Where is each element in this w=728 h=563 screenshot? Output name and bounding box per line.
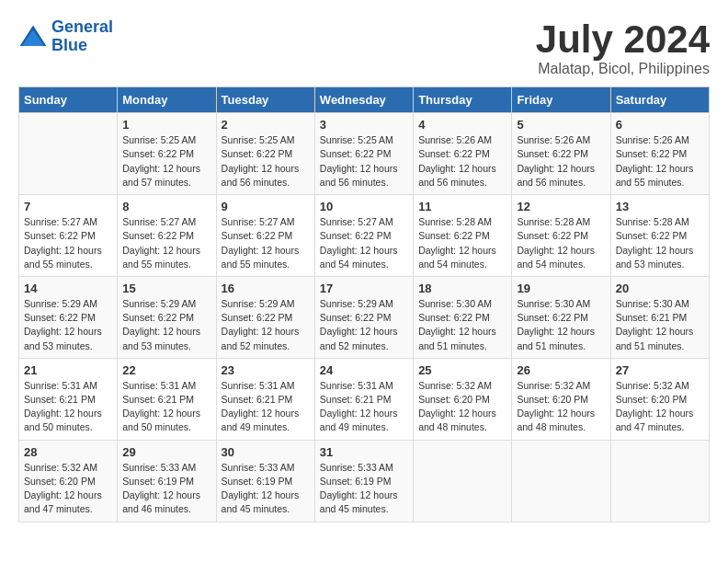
day-number: 22 xyxy=(122,363,210,377)
day-info: Sunrise: 5:32 AM Sunset: 6:20 PM Dayligh… xyxy=(616,379,704,435)
col-header-wednesday: Wednesday xyxy=(314,87,413,113)
day-info: Sunrise: 5:25 AM Sunset: 6:22 PM Dayligh… xyxy=(122,133,210,190)
logo-blue: Blue xyxy=(51,36,87,54)
day-number: 10 xyxy=(320,200,408,213)
calendar-cell: 9Sunrise: 5:27 AM Sunset: 6:22 PM Daylig… xyxy=(216,195,314,277)
day-number: 9 xyxy=(222,200,310,213)
calendar-cell: 18Sunrise: 5:30 AM Sunset: 6:22 PM Dayli… xyxy=(414,276,512,358)
calendar-cell: 6Sunrise: 5:26 AM Sunset: 6:22 PM Daylig… xyxy=(610,113,709,195)
day-info: Sunrise: 5:26 AM Sunset: 6:22 PM Dayligh… xyxy=(517,133,605,190)
logo: General Blue xyxy=(18,18,113,55)
calendar-cell: 29Sunrise: 5:33 AM Sunset: 6:19 PM Dayli… xyxy=(118,440,216,522)
day-info: Sunrise: 5:33 AM Sunset: 6:19 PM Dayligh… xyxy=(122,461,210,517)
page-header: General Blue July 2024 Malatap, Bicol, P… xyxy=(18,18,710,77)
calendar-cell: 17Sunrise: 5:29 AM Sunset: 6:22 PM Dayli… xyxy=(314,276,413,358)
day-number: 19 xyxy=(517,282,605,295)
day-number: 21 xyxy=(24,363,112,377)
calendar-cell: 14Sunrise: 5:29 AM Sunset: 6:22 PM Dayli… xyxy=(19,276,118,358)
day-number: 31 xyxy=(320,445,408,459)
calendar-cell: 10Sunrise: 5:27 AM Sunset: 6:22 PM Dayli… xyxy=(314,195,413,277)
day-info: Sunrise: 5:33 AM Sunset: 6:19 PM Dayligh… xyxy=(320,461,408,517)
day-number: 23 xyxy=(222,363,310,377)
calendar-cell: 22Sunrise: 5:31 AM Sunset: 6:21 PM Dayli… xyxy=(118,358,216,440)
day-number: 2 xyxy=(222,118,310,132)
calendar-cell: 8Sunrise: 5:27 AM Sunset: 6:22 PM Daylig… xyxy=(118,195,216,277)
day-info: Sunrise: 5:30 AM Sunset: 6:21 PM Dayligh… xyxy=(616,297,704,353)
day-info: Sunrise: 5:31 AM Sunset: 6:21 PM Dayligh… xyxy=(122,379,210,435)
day-info: Sunrise: 5:32 AM Sunset: 6:20 PM Dayligh… xyxy=(418,379,506,435)
calendar-cell: 3Sunrise: 5:25 AM Sunset: 6:22 PM Daylig… xyxy=(314,113,413,195)
calendar-cell: 30Sunrise: 5:33 AM Sunset: 6:19 PM Dayli… xyxy=(216,440,314,522)
day-info: Sunrise: 5:27 AM Sunset: 6:22 PM Dayligh… xyxy=(222,215,310,271)
calendar-cell: 31Sunrise: 5:33 AM Sunset: 6:19 PM Dayli… xyxy=(314,440,413,522)
calendar-cell xyxy=(512,440,610,522)
col-header-monday: Monday xyxy=(118,87,216,113)
day-number: 16 xyxy=(222,282,310,295)
logo-icon xyxy=(18,24,48,50)
day-number: 14 xyxy=(24,282,112,295)
week-row-4: 21Sunrise: 5:31 AM Sunset: 6:21 PM Dayli… xyxy=(19,358,710,440)
week-row-1: 1Sunrise: 5:25 AM Sunset: 6:22 PM Daylig… xyxy=(19,113,710,195)
day-number: 13 xyxy=(616,200,704,213)
calendar-cell: 19Sunrise: 5:30 AM Sunset: 6:22 PM Dayli… xyxy=(512,276,610,358)
day-info: Sunrise: 5:28 AM Sunset: 6:22 PM Dayligh… xyxy=(616,215,704,271)
week-row-3: 14Sunrise: 5:29 AM Sunset: 6:22 PM Dayli… xyxy=(19,276,710,358)
day-info: Sunrise: 5:27 AM Sunset: 6:22 PM Dayligh… xyxy=(320,215,408,271)
col-header-tuesday: Tuesday xyxy=(216,87,314,113)
calendar-cell: 21Sunrise: 5:31 AM Sunset: 6:21 PM Dayli… xyxy=(19,358,118,440)
day-info: Sunrise: 5:26 AM Sunset: 6:22 PM Dayligh… xyxy=(418,133,506,190)
day-info: Sunrise: 5:27 AM Sunset: 6:22 PM Dayligh… xyxy=(122,215,210,271)
calendar-cell: 27Sunrise: 5:32 AM Sunset: 6:20 PM Dayli… xyxy=(610,358,709,440)
calendar-cell: 20Sunrise: 5:30 AM Sunset: 6:21 PM Dayli… xyxy=(610,276,709,358)
calendar-cell: 24Sunrise: 5:31 AM Sunset: 6:21 PM Dayli… xyxy=(314,358,413,440)
day-info: Sunrise: 5:25 AM Sunset: 6:22 PM Dayligh… xyxy=(320,133,408,190)
day-info: Sunrise: 5:32 AM Sunset: 6:20 PM Dayligh… xyxy=(24,461,112,517)
day-number: 24 xyxy=(320,363,408,377)
calendar-cell xyxy=(610,440,709,522)
day-number: 20 xyxy=(616,282,704,295)
calendar-table: SundayMondayTuesdayWednesdayThursdayFrid… xyxy=(18,86,710,522)
calendar-cell: 2Sunrise: 5:25 AM Sunset: 6:22 PM Daylig… xyxy=(216,113,314,195)
col-header-saturday: Saturday xyxy=(610,87,709,113)
day-info: Sunrise: 5:29 AM Sunset: 6:22 PM Dayligh… xyxy=(222,297,310,353)
day-info: Sunrise: 5:30 AM Sunset: 6:22 PM Dayligh… xyxy=(418,297,506,353)
calendar-cell: 11Sunrise: 5:28 AM Sunset: 6:22 PM Dayli… xyxy=(414,195,512,277)
logo-general: General xyxy=(51,17,113,36)
calendar-cell: 28Sunrise: 5:32 AM Sunset: 6:20 PM Dayli… xyxy=(19,440,118,522)
day-number: 28 xyxy=(24,445,112,459)
day-number: 7 xyxy=(24,200,112,213)
calendar-cell: 13Sunrise: 5:28 AM Sunset: 6:22 PM Dayli… xyxy=(610,195,709,277)
day-info: Sunrise: 5:25 AM Sunset: 6:22 PM Dayligh… xyxy=(222,133,310,190)
day-info: Sunrise: 5:28 AM Sunset: 6:22 PM Dayligh… xyxy=(517,215,605,271)
day-info: Sunrise: 5:29 AM Sunset: 6:22 PM Dayligh… xyxy=(320,297,408,353)
calendar-cell: 7Sunrise: 5:27 AM Sunset: 6:22 PM Daylig… xyxy=(19,195,118,277)
month-title: July 2024 xyxy=(536,18,710,61)
day-number: 6 xyxy=(616,118,704,132)
day-info: Sunrise: 5:29 AM Sunset: 6:22 PM Dayligh… xyxy=(122,297,210,353)
calendar-cell xyxy=(19,113,118,195)
calendar-cell: 5Sunrise: 5:26 AM Sunset: 6:22 PM Daylig… xyxy=(512,113,610,195)
day-info: Sunrise: 5:32 AM Sunset: 6:20 PM Dayligh… xyxy=(517,379,605,435)
day-number: 11 xyxy=(418,200,506,213)
calendar-cell: 16Sunrise: 5:29 AM Sunset: 6:22 PM Dayli… xyxy=(216,276,314,358)
day-info: Sunrise: 5:26 AM Sunset: 6:22 PM Dayligh… xyxy=(616,133,704,190)
day-number: 17 xyxy=(320,282,408,295)
day-number: 5 xyxy=(517,118,605,132)
day-number: 15 xyxy=(122,282,210,295)
col-header-friday: Friday xyxy=(512,87,610,113)
day-number: 25 xyxy=(418,363,506,377)
day-info: Sunrise: 5:30 AM Sunset: 6:22 PM Dayligh… xyxy=(517,297,605,353)
day-number: 29 xyxy=(122,445,210,459)
day-info: Sunrise: 5:29 AM Sunset: 6:22 PM Dayligh… xyxy=(24,297,112,353)
day-info: Sunrise: 5:31 AM Sunset: 6:21 PM Dayligh… xyxy=(320,379,408,435)
location: Malatap, Bicol, Philippines xyxy=(536,61,710,77)
day-number: 18 xyxy=(418,282,506,295)
day-info: Sunrise: 5:33 AM Sunset: 6:19 PM Dayligh… xyxy=(222,461,310,517)
calendar-cell: 26Sunrise: 5:32 AM Sunset: 6:20 PM Dayli… xyxy=(512,358,610,440)
day-number: 26 xyxy=(517,363,605,377)
day-info: Sunrise: 5:27 AM Sunset: 6:22 PM Dayligh… xyxy=(24,215,112,271)
logo-text: General Blue xyxy=(51,18,113,55)
calendar-cell xyxy=(414,440,512,522)
calendar-cell: 25Sunrise: 5:32 AM Sunset: 6:20 PM Dayli… xyxy=(414,358,512,440)
col-header-thursday: Thursday xyxy=(414,87,512,113)
